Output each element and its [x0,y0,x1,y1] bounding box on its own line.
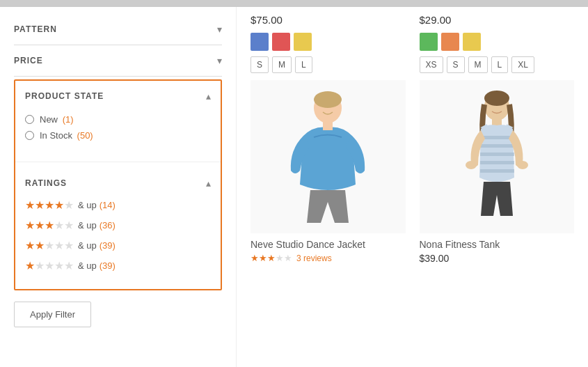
star-4: ★ [54,219,64,232]
option-new[interactable]: New (1) [25,114,211,125]
apply-filter-button[interactable]: Apply Filter [14,302,91,327]
star-5: ★ [64,219,74,232]
star-5: ★ [64,198,74,212]
neve-size-m[interactable]: M [272,56,292,73]
neve-product-name: Neve Studio Dance Jacket [251,239,406,250]
ratings-divider [15,162,221,162]
rating-3-text: & up [78,220,97,231]
neve-color-red[interactable] [272,33,290,51]
price-header[interactable]: PRICE ▾ [14,45,222,76]
star-1: ★ [25,239,35,252]
option-new-count: (1) [60,114,74,125]
star-1: ★ [25,198,35,212]
products-row: $75.00 S M L [251,14,574,264]
nona-product-name: Nona Fitness Tank [420,239,575,250]
rating-1star[interactable]: ★ ★ ★ ★ ★ & up (39) [25,259,211,272]
neve-size-l[interactable]: L [295,56,312,73]
product-state-title: PRODUCT STATE [25,91,104,101]
neve-sizes: S M L [251,56,406,73]
nona-size-m[interactable]: M [468,56,488,73]
radio-instock[interactable] [25,131,34,140]
pattern-chevron: ▾ [217,24,222,35]
neve-color-yellow[interactable] [294,33,312,51]
nona-price-bottom: $39.00 [420,253,575,264]
stars-4: ★ ★ ★ ★ ★ [25,198,74,212]
rating-2-count: (39) [100,240,116,251]
rating-1-count: (39) [100,260,116,271]
rating-4-count: (14) [100,200,116,210]
top-bar [0,0,588,7]
ratings-options: ★ ★ ★ ★ ★ & up (14) ★ ★ ★ ★ [15,193,221,289]
nona-product-image [445,87,549,226]
ratings-header[interactable]: RATINGS ▴ [15,168,221,193]
star-2: ★ [35,259,45,272]
svg-point-12 [517,161,528,169]
neve-review-count: 3 reviews [296,253,332,263]
svg-rect-8 [480,153,514,156]
svg-rect-7 [480,144,514,148]
neve-stars: ★ ★ ★ ★ ★ [251,253,292,263]
price-chevron: ▾ [217,55,222,66]
neve-size-s[interactable]: S [251,56,269,73]
svg-point-11 [466,161,477,169]
rating-4-text: & up [78,200,97,210]
option-new-label: New [40,114,58,125]
star-4: ★ [54,198,64,212]
neve-star-3: ★ [267,253,276,263]
nona-price-top: $29.00 [420,14,575,26]
price-title: PRICE [14,56,43,65]
neve-star-1: ★ [251,253,259,263]
nona-sizes: XS S M L XL [420,56,575,73]
ratings-title: RATINGS [25,178,67,188]
star-3: ★ [45,239,54,252]
neve-color-swatches [251,33,406,51]
neve-price-top: $75.00 [251,14,406,26]
neve-star-4: ★ [276,253,284,263]
nona-color-orange[interactable] [441,33,459,51]
star-5: ★ [64,259,74,272]
star-2: ★ [35,219,45,232]
stars-1: ★ ★ ★ ★ ★ [25,259,74,272]
neve-image-container [251,80,406,233]
product-state-ratings-box: PRODUCT STATE ▴ New (1) In Stock (50) R [14,79,222,290]
price-section: PRICE ▾ [14,45,222,77]
svg-rect-9 [480,161,514,164]
main-content: PATTERN ▾ PRICE ▾ PRODUCT STATE ▴ New [0,7,588,367]
product-state-options: New (1) In Stock (50) [15,111,221,156]
radio-new[interactable] [25,115,34,124]
nona-size-xl[interactable]: XL [511,56,534,73]
svg-rect-10 [480,169,514,173]
option-instock[interactable]: In Stock (50) [25,130,211,141]
rating-2stars[interactable]: ★ ★ ★ ★ ★ & up (39) [25,239,211,252]
nona-size-xs[interactable]: XS [420,56,443,73]
option-instock-label: In Stock [40,130,72,141]
pattern-title: PATTERN [14,24,57,34]
nona-color-green[interactable] [420,33,438,51]
stars-3: ★ ★ ★ ★ ★ [25,219,74,232]
nona-size-s[interactable]: S [447,56,465,73]
neve-star-5: ★ [284,253,292,263]
neve-rating-row: ★ ★ ★ ★ ★ 3 reviews [251,253,406,263]
pattern-header[interactable]: PATTERN ▾ [14,14,222,45]
star-2: ★ [35,239,45,252]
star-3: ★ [45,198,54,212]
neve-product-image [276,87,380,226]
star-1: ★ [25,259,35,272]
svg-rect-2 [323,122,333,130]
product-state-chevron: ▴ [206,91,211,102]
product-state-header[interactable]: PRODUCT STATE ▴ [15,81,221,111]
neve-color-blue[interactable] [251,33,269,51]
nona-color-swatches [420,33,575,51]
svg-point-4 [484,91,509,106]
rating-4stars[interactable]: ★ ★ ★ ★ ★ & up (14) [25,198,211,212]
rating-3stars[interactable]: ★ ★ ★ ★ ★ & up (36) [25,219,211,232]
nona-size-l[interactable]: L [491,56,509,73]
nona-color-yellow[interactable] [463,33,481,51]
product-grid: $75.00 S M L [237,7,588,367]
rating-2-text: & up [78,240,97,251]
option-instock-count: (50) [74,130,93,141]
svg-point-1 [314,91,342,108]
rating-1-text: & up [78,260,97,271]
star-4: ★ [54,259,64,272]
nona-image-container [420,80,575,233]
